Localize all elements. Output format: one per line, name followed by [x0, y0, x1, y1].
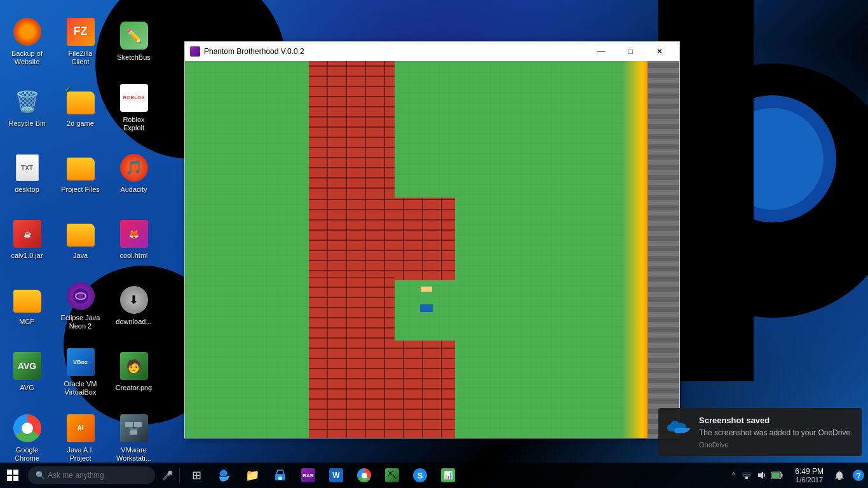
- desktop-icon-avg[interactable]: AVG AVG: [3, 340, 51, 403]
- desktop-icon-sketchbus[interactable]: ✏️ SketchBus: [110, 10, 158, 73]
- tray-battery-icon[interactable]: [771, 469, 783, 482]
- desktop-icons-area: Backup of Website FZ FileZilla Client ✏️…: [0, 6, 178, 464]
- tray-volume-icon[interactable]: [756, 469, 768, 482]
- tray-network-icon[interactable]: [740, 469, 753, 482]
- desktop-icon-project-files[interactable]: Project Files: [57, 142, 104, 205]
- window-title: Phantom Brotherhood V.0.0.2: [204, 47, 304, 56]
- taskbar-divider: [179, 468, 180, 483]
- taskbar-minecraft[interactable]: ⛏: [378, 463, 406, 488]
- player-character: [420, 287, 433, 312]
- search-icon: 🔍: [36, 471, 45, 480]
- toast-source: OneDrive: [699, 441, 854, 449]
- desktop-icon-oracle-vm[interactable]: VBox Oracle VM VirtualBox: [57, 340, 104, 403]
- desktop-icon-filezilla[interactable]: FZ FileZilla Client: [57, 10, 104, 73]
- taskbar-apps: ⊞ 📁: [182, 463, 724, 488]
- desktop-icon-eclipse[interactable]: Eclipse Java Neon 2: [57, 274, 104, 337]
- toast-content: Screenshot saved The screenshot was adde…: [699, 416, 854, 449]
- clock-time: 6:49 PM: [795, 467, 824, 476]
- system-tray: ^: [724, 469, 789, 482]
- svg-rect-12: [742, 473, 751, 475]
- svg-rect-10: [745, 477, 748, 479]
- player-pants: [420, 304, 433, 312]
- taskbar-edge[interactable]: [210, 463, 238, 488]
- window-titlebar: Phantom Brotherhood V.0.0.2 — □ ✕: [185, 42, 679, 61]
- toast-body: The screenshot was added to your OneDriv…: [699, 428, 854, 438]
- taskbar-file-explorer[interactable]: 📁: [238, 463, 266, 488]
- svg-line-6: [129, 427, 133, 430]
- svg-rect-5: [130, 430, 137, 435]
- svg-rect-3: [125, 422, 133, 427]
- store-icon: [273, 468, 288, 483]
- brick-wall-top: [309, 61, 395, 198]
- start-button[interactable]: [0, 463, 25, 488]
- tray-overflow-button[interactable]: ^: [729, 471, 738, 480]
- taskbar-task-view[interactable]: ⊞: [182, 463, 210, 488]
- toast-icon: [666, 416, 691, 441]
- game-canvas: [185, 61, 679, 438]
- task-view-icon: ⊞: [189, 468, 204, 483]
- desktop-icon-roblox[interactable]: ROBLOX Roblox Exploit: [110, 76, 158, 139]
- taskbar-clock[interactable]: 6:49 PM 1/6/2017: [789, 463, 830, 488]
- svg-rect-17: [838, 478, 841, 480]
- edge-icon: [217, 468, 232, 483]
- onedrive-toast[interactable]: Screenshot saved The screenshot was adde…: [658, 408, 862, 456]
- svg-text:?: ?: [856, 471, 861, 480]
- svg-rect-16: [782, 474, 783, 477]
- desktop: Backup of Website FZ FileZilla Client ✏️…: [0, 0, 868, 488]
- skype-icon: S: [412, 468, 428, 483]
- game-window: Phantom Brotherhood V.0.0.2 — □ ✕: [184, 41, 680, 438]
- window-controls: — □ ✕: [587, 42, 674, 61]
- brick-wall-top-extension: [309, 198, 455, 280]
- minecraft-icon: ⛏: [384, 468, 400, 483]
- taskbar-word[interactable]: W: [322, 463, 350, 488]
- desktop-icon-backup-website[interactable]: Backup of Website: [3, 10, 51, 73]
- desktop-icon-2d-game[interactable]: ✓ 2d game: [57, 76, 104, 139]
- taskbar-chrome[interactable]: [350, 463, 378, 488]
- svg-rect-4: [134, 422, 142, 427]
- file-explorer-icon: 📁: [245, 468, 260, 483]
- desktop-icon-java[interactable]: Java: [57, 208, 104, 271]
- taskbar-winrar[interactable]: RAR: [294, 463, 322, 488]
- minimize-button[interactable]: —: [587, 42, 616, 61]
- svg-marker-13: [758, 471, 763, 479]
- taskbar-store[interactable]: [266, 463, 294, 488]
- taskbar-search-box[interactable]: 🔍: [28, 466, 155, 484]
- desktop-icon-calv-jar[interactable]: ☕ calv1.0.jar: [3, 208, 51, 271]
- svg-rect-9: [278, 477, 282, 480]
- taskbar: 🔍 🎤 ⊞ 📁: [0, 463, 868, 488]
- green-app-icon: 📊: [440, 468, 456, 483]
- brick-wall-bottom-extension: [309, 341, 455, 438]
- svg-point-2: [78, 294, 83, 299]
- taskbar-green-app[interactable]: 📊: [434, 463, 462, 488]
- desktop-icon-recycle-bin[interactable]: 🗑️ Recycle Bin: [3, 76, 51, 139]
- notification-center-button[interactable]: [830, 463, 849, 488]
- desktop-icon-creator-png[interactable]: 🧑 Creator.png: [110, 340, 158, 403]
- yellow-transition: [622, 61, 648, 438]
- desktop-icon-vmware[interactable]: VMware Workstati...: [110, 406, 158, 470]
- desktop-icon-cool-html[interactable]: 🦊 cool.html: [110, 208, 158, 271]
- title-left: Phantom Brotherhood V.0.0.2: [190, 46, 304, 57]
- desktop-icon-google-chrome[interactable]: Google Chrome: [3, 406, 51, 470]
- desktop-icon-java-ai[interactable]: AI Java A.I. Project: [57, 406, 104, 470]
- word-icon: W: [329, 468, 344, 483]
- taskbar-skype[interactable]: S: [406, 463, 434, 488]
- window-icon: [190, 46, 200, 57]
- stone-cliff: [648, 61, 679, 438]
- clock-date: 1/6/2017: [796, 476, 823, 484]
- desktop-icon-desktop[interactable]: TXT desktop: [3, 142, 51, 205]
- svg-line-7: [135, 427, 139, 430]
- tray-help-icon[interactable]: ?: [849, 463, 868, 488]
- close-button[interactable]: ✕: [645, 42, 674, 61]
- cortana-voice-button[interactable]: 🎤: [158, 466, 177, 485]
- desktop-icon-download[interactable]: ⬇ download...: [110, 274, 158, 337]
- desktop-icon-audacity[interactable]: 🎵 Audacity: [110, 142, 158, 205]
- chrome-taskbar-icon: [356, 468, 372, 483]
- maximize-button[interactable]: □: [616, 42, 645, 61]
- winrar-icon: RAR: [301, 468, 316, 483]
- toast-title: Screenshot saved: [699, 416, 854, 425]
- svg-rect-15: [772, 473, 780, 478]
- microphone-icon: 🎤: [162, 470, 173, 480]
- search-input[interactable]: [48, 471, 137, 480]
- game-content: [185, 61, 679, 438]
- desktop-icon-mcp[interactable]: MCP: [3, 274, 51, 337]
